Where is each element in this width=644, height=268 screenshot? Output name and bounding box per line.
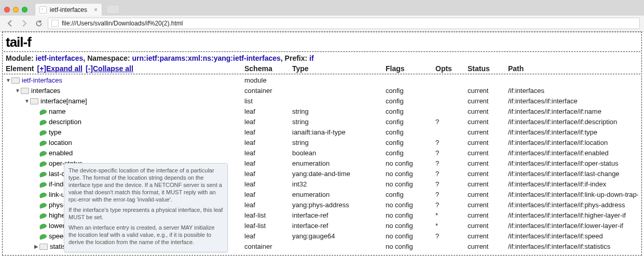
- cell-path: /if:interfaces/if:interface/if:higher-la…: [508, 210, 638, 221]
- cell-status: current: [468, 169, 508, 179]
- cell-opts: *: [435, 210, 468, 221]
- cell-status: current: [468, 200, 508, 210]
- cell-type: string: [292, 106, 386, 117]
- cell-path: /if:interfaces: [508, 86, 638, 96]
- browser-toolbar: file:///Users/svallin/Downloads/if%20(2)…: [0, 16, 644, 31]
- cell-schema: container: [244, 242, 292, 252]
- node-name: description: [49, 117, 81, 127]
- twisty-icon[interactable]: ▼: [24, 96, 30, 106]
- cell-path: /if:interfaces/if:interface/if:name: [508, 106, 638, 117]
- cell-path: /if:interfaces/if:interface/if:location: [508, 138, 638, 148]
- table-row: descriptionleafstringconfig?current/if:i…: [6, 117, 638, 127]
- cell-status: current: [468, 106, 508, 117]
- col-schema: Schema: [244, 64, 292, 73]
- cell-status: current: [468, 148, 508, 158]
- cell-type: interface-ref: [292, 221, 386, 231]
- leaf-icon: [39, 202, 47, 208]
- cell-status: current: [468, 210, 508, 221]
- reload-button[interactable]: [33, 18, 45, 29]
- element-cell[interactable]: ▼interface[name]: [6, 96, 244, 106]
- prefix-value: if: [309, 54, 314, 62]
- address-bar[interactable]: file:///Users/svallin/Downloads/if%20(2)…: [48, 18, 640, 29]
- cell-flags: config: [386, 148, 435, 158]
- cell-path: /if:interfaces/if:interface/if:enabled: [508, 148, 638, 158]
- element-cell[interactable]: description: [6, 117, 244, 127]
- cell-flags: no config: [386, 169, 435, 179]
- browser-chrome: ietf-interfaces × file:///Users/svallin/…: [0, 0, 644, 32]
- tooltip: The device-specific location of the inte…: [64, 163, 228, 252]
- element-cell[interactable]: type: [6, 127, 244, 138]
- cell-opts: ?: [435, 231, 468, 242]
- leaf-icon: [39, 233, 47, 239]
- cell-path: /if:interfaces/if:interface/if:type: [508, 127, 638, 138]
- cell-schema: module: [244, 75, 292, 86]
- cell-type: interface-ref: [292, 210, 386, 221]
- leaf-icon: [39, 223, 47, 229]
- table-row: enabledleafbooleanconfig?current/if:inte…: [6, 148, 638, 158]
- cell-path: /if:interfaces/if:interface: [508, 96, 638, 106]
- back-button[interactable]: [4, 18, 16, 29]
- cell-flags: no config: [386, 179, 435, 190]
- column-headers: Element [+]Expand all [-]Collapse all Sc…: [4, 64, 640, 74]
- prefix-label: , Prefix:: [281, 54, 307, 62]
- col-type: Type: [292, 64, 386, 73]
- expand-all-link[interactable]: [+]Expand all: [37, 64, 83, 73]
- cell-flags: no config: [386, 231, 435, 242]
- cell-opts: *: [435, 221, 468, 231]
- col-status: Status: [468, 64, 508, 73]
- node-name: enabled: [49, 148, 73, 158]
- module-meta: Module: ietf-interfaces, Namespace: urn:…: [4, 52, 640, 64]
- cell-opts: ?: [435, 179, 468, 190]
- col-flags: Flags: [386, 64, 435, 73]
- cell-path: /if:interfaces/if:interface/if:statistic…: [508, 242, 638, 252]
- cell-status: current: [468, 231, 508, 242]
- cell-path: /if:interfaces/if:interface/if:phys-addr…: [508, 200, 638, 210]
- cell-status: current: [468, 96, 508, 106]
- cell-schema: leaf-list: [244, 210, 292, 221]
- twisty-icon[interactable]: ▼: [6, 75, 11, 86]
- cell-type: string: [292, 117, 386, 127]
- zoom-window-button[interactable]: [22, 7, 28, 12]
- url-text: file:///Users/svallin/Downloads/if%20(2)…: [62, 20, 183, 27]
- container-icon: [39, 244, 48, 250]
- collapse-all-link[interactable]: [-]Collapse all: [86, 64, 133, 73]
- leaf-icon: [39, 119, 47, 125]
- cell-flags: config: [386, 96, 435, 106]
- cell-status: current: [468, 127, 508, 138]
- cell-opts: ?: [435, 200, 468, 210]
- cell-schema: leaf: [244, 106, 292, 117]
- tab-strip: ietf-interfaces ×: [0, 0, 644, 16]
- leaf-icon: [39, 171, 47, 177]
- cell-path: /if:interfaces/if:interface/if:link-up-d…: [508, 190, 638, 200]
- cell-type: yang:phys-address: [292, 200, 386, 210]
- table-row: nameleafstringconfigcurrent/if:interface…: [6, 106, 638, 117]
- cell-flags: config: [386, 190, 435, 200]
- cell-schema: leaf: [244, 138, 292, 148]
- element-cell[interactable]: enabled: [6, 148, 244, 158]
- element-cell[interactable]: location: [6, 138, 244, 148]
- cell-status: current: [468, 221, 508, 231]
- cell-status: current: [468, 158, 508, 169]
- twisty-icon[interactable]: ▼: [15, 86, 20, 96]
- element-cell[interactable]: ▼ietf-interfaces: [6, 75, 244, 86]
- namespace-label: , Namespace:: [83, 54, 130, 62]
- new-tab-button[interactable]: [106, 5, 120, 14]
- browser-tab[interactable]: ietf-interfaces ×: [35, 3, 102, 16]
- forward-button[interactable]: [19, 18, 30, 29]
- cell-flags: config: [386, 127, 435, 138]
- cell-flags: config: [386, 106, 435, 117]
- element-cell[interactable]: name: [6, 106, 244, 117]
- twisty-icon[interactable]: ▶: [34, 242, 39, 252]
- col-element: Element: [6, 64, 34, 73]
- element-cell[interactable]: ▼interfaces: [6, 86, 244, 96]
- minimize-window-button[interactable]: [13, 7, 19, 12]
- node-name: type: [49, 127, 62, 138]
- cell-status: current: [468, 242, 508, 252]
- logo: tail-f: [4, 34, 640, 52]
- close-window-button[interactable]: [4, 7, 10, 12]
- cell-path: /if:interfaces/if:interface/if:speed: [508, 231, 638, 242]
- cell-schema: leaf: [244, 179, 292, 190]
- close-tab-icon[interactable]: ×: [94, 6, 98, 14]
- window-controls: [4, 7, 28, 12]
- cell-type: yang:gauge64: [292, 231, 386, 242]
